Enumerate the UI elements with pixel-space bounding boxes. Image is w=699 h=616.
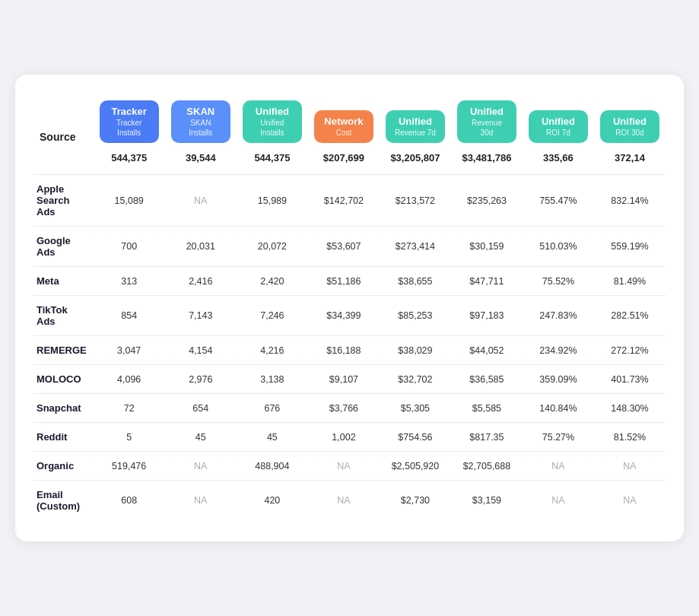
data-table: Source TrackerTracker InstallsSKANSKAN I…: [33, 96, 666, 521]
cell-r4-c4: $38,029: [380, 336, 451, 365]
cell-r7-c6: 75.27%: [523, 423, 594, 452]
cell-r9-c0: 608: [94, 481, 165, 521]
source-cell: Meta: [33, 267, 94, 296]
cell-r5-c3: $9,107: [308, 365, 380, 394]
cell-r3-c6: 247.83%: [523, 296, 594, 336]
total-col-0: 544,375: [94, 146, 165, 175]
cell-r1-c3: $53,607: [308, 227, 380, 267]
source-cell: Google Ads: [33, 227, 94, 267]
col-header-unified_rev30: UnifiedRevenue 30d: [451, 96, 523, 147]
cell-r4-c5: $44,052: [451, 336, 523, 365]
cell-r6-c0: 72: [94, 394, 165, 423]
col-header-unified_rev7: UnifiedRevenue 7d: [380, 96, 451, 147]
cell-r1-c2: 20,072: [237, 227, 308, 267]
cell-r7-c5: $817.35: [451, 423, 523, 452]
cell-r3-c2: 7,246: [237, 296, 308, 336]
source-cell: Email (Custom): [33, 481, 94, 521]
source-cell: Organic: [33, 452, 94, 481]
cell-r8-c4: $2,505,920: [380, 452, 451, 481]
cell-r4-c3: $16,188: [308, 336, 380, 365]
table-row: Email (Custom)608NA420NA$2,730$3,159NANA: [33, 481, 666, 521]
source-cell: MOLOCO: [33, 365, 94, 394]
cell-r2-c2: 2,420: [237, 267, 308, 296]
cell-r5-c6: 359.09%: [523, 365, 594, 394]
cell-r8-c6: NA: [523, 452, 594, 481]
cell-r9-c5: $3,159: [451, 481, 523, 521]
table-row: MOLOCO4,0962,9763,138$9,107$32,702$36,58…: [33, 365, 666, 394]
total-col-6: 335,66: [523, 146, 594, 175]
cell-r4-c7: 272.12%: [594, 336, 666, 365]
cell-r8-c3: NA: [308, 452, 380, 481]
cell-r4-c6: 234.92%: [523, 336, 594, 365]
cell-r7-c4: $754.56: [380, 423, 451, 452]
total-col-2: 544,375: [237, 146, 308, 175]
cell-r7-c7: 81.52%: [594, 423, 666, 452]
cell-r2-c5: $47,711: [451, 267, 523, 296]
cell-r3-c4: $85,253: [380, 296, 451, 336]
cell-r1-c4: $273,414: [380, 227, 451, 267]
cell-r5-c1: 2,976: [165, 365, 237, 394]
col-header-unified_roi7: UnifiedROI 7d: [523, 96, 594, 147]
table-row: Meta3132,4162,420$51,186$38,655$47,71175…: [33, 267, 666, 296]
cell-r2-c4: $38,655: [380, 267, 451, 296]
cell-r5-c4: $32,702: [380, 365, 451, 394]
cell-r5-c5: $36,585: [451, 365, 523, 394]
cell-r7-c2: 45: [237, 423, 308, 452]
cell-r8-c5: $2,705,688: [451, 452, 523, 481]
total-col-7: 372,14: [594, 146, 666, 175]
col-header-unified_roi30: UnifiedROI 30d: [594, 96, 666, 147]
cell-r2-c6: 75.52%: [523, 267, 594, 296]
cell-r3-c7: 282.51%: [594, 296, 666, 336]
cell-r6-c3: $3,766: [308, 394, 380, 423]
cell-r2-c7: 81.49%: [594, 267, 666, 296]
cell-r6-c2: 676: [237, 394, 308, 423]
cell-r1-c0: 700: [94, 227, 165, 267]
cell-r0-c1: NA: [165, 175, 237, 227]
main-card: Source TrackerTracker InstallsSKANSKAN I…: [15, 75, 684, 542]
col-header-unified_installs: UnifiedUnified Installs: [237, 96, 308, 147]
cell-r3-c1: 7,143: [165, 296, 237, 336]
col-header-network: NetworkCost: [308, 96, 380, 147]
total-col-4: $3,205,807: [380, 146, 451, 175]
table-row: Reddit545451,002$754.56$817.3575.27%81.5…: [33, 423, 666, 452]
source-column-header: Source: [33, 96, 94, 147]
source-cell: Apple Search Ads: [33, 175, 94, 227]
cell-r9-c1: NA: [165, 481, 237, 521]
table-row: TikTok Ads8547,1437,246$34,399$85,253$97…: [33, 296, 666, 336]
cell-r8-c7: NA: [594, 452, 666, 481]
cell-r6-c1: 654: [165, 394, 237, 423]
cell-r9-c7: NA: [594, 481, 666, 521]
cell-r8-c2: 488,904: [237, 452, 308, 481]
cell-r4-c0: 3,047: [94, 336, 165, 365]
cell-r5-c0: 4,096: [94, 365, 165, 394]
cell-r2-c0: 313: [94, 267, 165, 296]
cell-r3-c3: $34,399: [308, 296, 380, 336]
cell-r3-c5: $97,183: [451, 296, 523, 336]
cell-r0-c6: 755.47%: [523, 175, 594, 227]
table-row: Organic519,476NA488,904NA$2,505,920$2,70…: [33, 452, 666, 481]
table-row: Google Ads70020,03120,072$53,607$273,414…: [33, 227, 666, 267]
cell-r0-c2: 15,989: [237, 175, 308, 227]
cell-r0-c4: $213,572: [380, 175, 451, 227]
table-row: Apple Search Ads15,089NA15,989$142,702$2…: [33, 175, 666, 227]
cell-r5-c2: 3,138: [237, 365, 308, 394]
cell-r5-c7: 401.73%: [594, 365, 666, 394]
cell-r6-c4: $5,305: [380, 394, 451, 423]
source-cell: TikTok Ads: [33, 296, 94, 336]
total-col-1: 39,544: [165, 146, 237, 175]
cell-r1-c1: 20,031: [165, 227, 237, 267]
cell-r1-c7: 559.19%: [594, 227, 666, 267]
cell-r9-c6: NA: [523, 481, 594, 521]
table-row: REMERGE3,0474,1544,216$16,188$38,029$44,…: [33, 336, 666, 365]
cell-r0-c0: 15,089: [94, 175, 165, 227]
cell-r9-c2: 420: [237, 481, 308, 521]
cell-r6-c6: 140.84%: [523, 394, 594, 423]
cell-r7-c0: 5: [94, 423, 165, 452]
cell-r8-c1: NA: [165, 452, 237, 481]
source-cell: Snapchat: [33, 394, 94, 423]
table-row: Snapchat72654676$3,766$5,305$5,585140.84…: [33, 394, 666, 423]
cell-r9-c4: $2,730: [380, 481, 451, 521]
total-col-5: $3,481,786: [451, 146, 523, 175]
cell-r8-c0: 519,476: [94, 452, 165, 481]
cell-r1-c5: $30,159: [451, 227, 523, 267]
